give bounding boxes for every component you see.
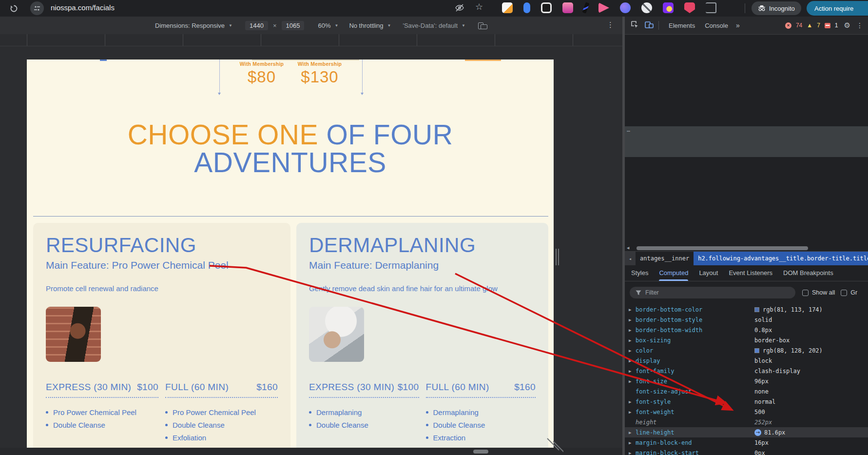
expand-arrow-icon[interactable]: ▶	[629, 399, 631, 404]
dom-tree-row[interactable]: border-title title-h2 blue" plerd	[625, 137, 868, 147]
zoom-dropdown[interactable]: 60%▼	[318, 22, 338, 29]
error-icon[interactable]: ×	[785, 22, 791, 29]
computed-property-row[interactable]: ▶ font-weight 500	[625, 407, 868, 417]
computed-property-row[interactable]: height 252px	[625, 417, 868, 427]
dom-tree-row[interactable]: </span>	[625, 167, 868, 178]
inspect-element-icon[interactable]	[631, 20, 639, 30]
reload-icon[interactable]	[8, 2, 19, 14]
expand-arrow-icon[interactable]: ▶	[629, 410, 631, 415]
settings-gear-icon[interactable]: ⚙	[844, 21, 850, 30]
dom-tree-row[interactable]: ▼<ul class="following-advantages__	[625, 218, 868, 229]
warning-icon[interactable]: ▲	[807, 22, 812, 29]
computed-property-row[interactable]: ▶ font-family clash-display	[625, 366, 868, 376]
site-settings-icon[interactable]	[30, 1, 44, 15]
bookmark-star-icon[interactable]: ☆	[475, 1, 483, 12]
dom-tree-row[interactable]: ▼<div class="following-advantages__i	[625, 106, 868, 116]
eye-off-icon[interactable]	[455, 3, 464, 13]
dom-tree-row[interactable]: ⋯ ▼<h2 class="following-advantages__	[625, 126, 868, 137]
warning-count[interactable]: 7	[817, 22, 820, 29]
incognito-badge[interactable]: Incognito	[752, 1, 801, 15]
dom-tree-row[interactable]: "default" data-element="main" data-deco	[625, 44, 868, 55]
dom-tree-row[interactable]: </h2>	[625, 208, 868, 218]
dom-tree-row[interactable]: ue" bis_skin_checked="1">	[625, 55, 868, 65]
expand-arrow-icon[interactable]: ▶	[629, 358, 631, 363]
url-text[interactable]: niosspa.com/facials	[51, 3, 115, 12]
dom-tree-row[interactable]: " ADVENTURES "	[625, 198, 868, 208]
horizontal-scrollbar-thumb[interactable]	[473, 450, 488, 454]
sidebar-pane-tab[interactable]: Layout	[699, 265, 718, 281]
shield-extension-icon[interactable]	[684, 2, 695, 13]
computed-property-row[interactable]: ▶ border-bottom-width 0.8px	[625, 325, 868, 335]
save-data-dropdown[interactable]: 'Save-Data': default▼	[403, 22, 465, 29]
device-height-input[interactable]: 1065	[282, 21, 305, 30]
tab-console[interactable]: Console	[705, 17, 728, 34]
more-tabs-icon[interactable]: »	[736, 21, 740, 29]
expand-arrow-icon[interactable]: ▶	[629, 317, 631, 322]
dom-tree-row[interactable]: " OF FOUR "	[625, 178, 868, 188]
device-toolbar-menu-icon[interactable]: ⋮	[607, 20, 614, 29]
dom-tree-row[interactable]: <span class="orange">CHOOSE ONE	[625, 157, 868, 167]
camera-extension-icon[interactable]	[541, 2, 552, 13]
responsive-resize-handle-right[interactable]	[556, 249, 560, 265]
issues-icon[interactable]	[825, 23, 830, 28]
dom-tree-row[interactable]: <br>	[625, 188, 868, 198]
throttling-dropdown[interactable]: No throttling▼	[349, 22, 391, 29]
pink-play-extension-icon[interactable]	[598, 2, 609, 13]
color-swatch[interactable]	[754, 307, 759, 312]
tree-horizontal-scrollbar[interactable]: ◀	[625, 245, 868, 251]
computed-property-row[interactable]: ▶ border-bottom-style solid	[625, 315, 868, 325]
tree-scrollbar-thumb[interactable]	[637, 246, 808, 250]
device-width-input[interactable]: 1440	[245, 21, 268, 30]
breadcrumb-back-icon[interactable]: ◂	[625, 252, 636, 265]
clip-extension-icon[interactable]	[706, 2, 716, 13]
devtools-menu-icon[interactable]: ⋮	[856, 21, 863, 29]
computed-property-row[interactable]: ▶ box-sizing border-box	[625, 335, 868, 345]
sidebar-pane-tab[interactable]: DOM Breakpoints	[783, 265, 833, 281]
expand-arrow-icon[interactable]: ▶	[629, 379, 631, 384]
expand-arrow-icon[interactable]: ▶	[629, 451, 631, 455]
computed-property-row[interactable]: ▶ color rgb(88, 128, 202)	[625, 345, 868, 356]
notes-extension-icon[interactable]	[502, 2, 513, 13]
color-swatch[interactable]	[754, 348, 759, 353]
expand-arrow-icon[interactable]: ▶	[629, 307, 631, 312]
dom-tree-row[interactable]: ▼<div class="following-advantages"	[625, 65, 868, 75]
tab-elements[interactable]: Elements	[669, 17, 695, 34]
issue-count[interactable]: 1	[835, 22, 838, 29]
expand-arrow-icon[interactable]: ▶	[629, 328, 631, 333]
computed-property-row[interactable]: ▶ border-bottom-color rgb(81, 113, 174)	[625, 304, 868, 315]
dom-tree-row[interactable]: bis_skin_checked="1">	[625, 75, 868, 85]
dom-tree-row[interactable]: tracking-id="47828741801"> == $0	[625, 147, 868, 157]
goto-source-icon[interactable]: →	[754, 429, 761, 436]
computed-property-row[interactable]: ▶ font-size 96px	[625, 376, 868, 386]
expand-arrow-icon[interactable]: ▶	[629, 430, 631, 435]
dom-tree-row[interactable]: ▼<div data-content-type="html" data-appe…	[625, 34, 868, 44]
dom-tree-row[interactable]: "1">	[625, 96, 868, 106]
error-count[interactable]: 74	[796, 22, 802, 29]
blue-pill-extension-icon[interactable]	[523, 2, 530, 13]
dom-tree-row[interactable]: ▼<div class="container" bis_skin_chec	[625, 85, 868, 96]
filter-input[interactable]: Filter	[630, 287, 795, 298]
rotate-device-icon[interactable]	[478, 21, 487, 29]
pink-gradient-extension-icon[interactable]	[562, 2, 573, 13]
sidebar-pane-tab[interactable]: Event Listeners	[729, 265, 772, 281]
action-required-button[interactable]: Action require	[807, 1, 868, 16]
breadcrumb-parent[interactable]: antages__inner	[636, 252, 694, 265]
dimensions-dropdown[interactable]: Dimensions: Responsive▼	[155, 22, 232, 29]
expand-arrow-icon[interactable]: ▶	[629, 348, 631, 353]
swirl-extension-icon[interactable]	[620, 2, 631, 13]
computed-property-row[interactable]: ▶ display block	[625, 356, 868, 366]
computed-property-row[interactable]: ▶ margin-block-end 16px	[625, 437, 868, 448]
dom-tree-row[interactable]: bis_skin_checked="1">	[625, 116, 868, 126]
expand-arrow-icon[interactable]: ▶	[629, 440, 631, 445]
dom-tree-row[interactable]: t">flex	[625, 229, 868, 239]
breadcrumb-current[interactable]: h2.following-advantages__title.border-ti…	[694, 252, 868, 265]
computed-property-row[interactable]: ▶ font-style normal	[625, 396, 868, 407]
show-all-checkbox[interactable]	[802, 290, 809, 296]
sidebar-pane-tab[interactable]: Styles	[631, 265, 648, 281]
expand-arrow-icon[interactable]: ▶	[629, 338, 631, 343]
group-checkbox[interactable]	[841, 290, 847, 296]
pen-extension-icon[interactable]	[582, 2, 589, 13]
responsive-resize-handle-corner[interactable]	[546, 438, 563, 454]
device-toolbar-toggle-icon[interactable]	[645, 21, 654, 30]
computed-property-row[interactable]: ▶ margin-block-start 0px	[625, 448, 868, 455]
